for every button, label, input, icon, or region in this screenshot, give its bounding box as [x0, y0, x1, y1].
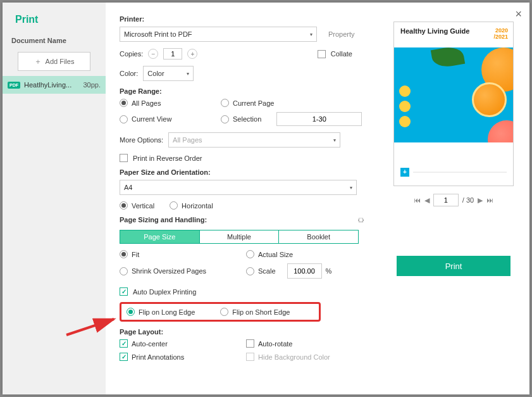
file-row[interactable]: PDF HeatlhyLiving... 30pp. — [3, 76, 106, 94]
print-annotations-label: Print Annotations — [132, 353, 184, 361]
percent-label: % — [326, 267, 332, 275]
actual-size-label: Actual Size — [258, 251, 293, 258]
reverse-order-label: Print in Reverse Order — [133, 154, 202, 162]
color-select[interactable]: Color ▾ — [143, 66, 194, 81]
nav-prev-icon[interactable]: ◀ — [424, 196, 430, 205]
current-page-radio[interactable] — [221, 99, 229, 107]
fit-label: Fit — [132, 251, 139, 258]
property-link[interactable]: Property — [328, 30, 355, 38]
print-annotations-checkbox[interactable]: ✓ — [120, 353, 128, 361]
pdf-icon: PDF — [8, 82, 20, 89]
document-name-label: Document Name — [3, 34, 106, 49]
printer-select[interactable]: Microsoft Print to PDF ▾ — [120, 27, 317, 42]
print-button[interactable]: Print — [397, 256, 510, 276]
auto-duplex-label: Auto Duplex Printing — [133, 288, 196, 296]
nav-page-input[interactable] — [433, 194, 459, 206]
shrink-radio[interactable] — [120, 267, 128, 275]
preview-year: 2020/2021 — [493, 27, 508, 40]
nav-last-icon[interactable]: ⏭ — [486, 196, 493, 204]
more-options-select[interactable]: All Pages ▾ — [168, 132, 340, 148]
hide-bg-checkbox — [246, 353, 254, 361]
actual-size-radio[interactable] — [246, 250, 254, 258]
tab-page-size[interactable]: Page Size — [120, 230, 200, 243]
copies-increment[interactable]: + — [187, 49, 197, 59]
close-icon[interactable]: × — [515, 8, 522, 21]
all-pages-radio[interactable] — [120, 99, 128, 107]
preview-page: Healthy Living Guide 2020/2021 + — [393, 22, 514, 186]
copies-decrement[interactable]: − — [148, 49, 158, 59]
more-options-selected: All Pages — [173, 136, 202, 144]
flip-long-edge-radio[interactable] — [127, 308, 135, 316]
current-page-label: Current Page — [233, 99, 274, 107]
current-view-label: Current View — [132, 115, 171, 123]
copies-label: Copies: — [120, 50, 143, 58]
preview-image — [394, 47, 513, 142]
hide-bg-label: Hide Background Color — [258, 353, 330, 361]
flip-long-edge-label: Flip on Long Edge — [139, 308, 195, 316]
selection-radio[interactable] — [221, 115, 229, 123]
reverse-order-checkbox[interactable] — [120, 154, 128, 162]
sizing-tabs: Page Size Multiple Booklet — [120, 230, 359, 244]
auto-center-checkbox[interactable]: ✓ — [120, 339, 128, 348]
collate-checkbox[interactable] — [318, 50, 326, 58]
auto-rotate-checkbox[interactable] — [246, 339, 254, 348]
flip-short-edge-label: Flip on Short Edge — [232, 308, 290, 316]
preview-nav: ⏮ ◀ / 30 ▶ ⏭ — [414, 194, 493, 206]
auto-duplex-checkbox[interactable]: ✓ — [120, 287, 128, 296]
current-view-radio[interactable] — [120, 115, 128, 123]
horizontal-label: Horizontal — [182, 202, 213, 210]
collate-label: Collate — [331, 50, 352, 58]
svg-line-0 — [66, 319, 114, 335]
expand-handling-icon[interactable]: ·□· — [357, 216, 364, 224]
paper-size-select[interactable]: A4 ▾ — [120, 180, 357, 195]
flip-highlight-box: Flip on Long Edge Flip on Short Edge — [120, 302, 321, 322]
chevron-down-icon: ▾ — [350, 185, 352, 191]
add-files-button[interactable]: ＋ Add Files — [18, 52, 90, 71]
copies-input[interactable] — [163, 48, 182, 60]
paper-size-selected: A4 — [124, 184, 132, 191]
annotation-arrow-icon — [63, 313, 120, 338]
file-name: HeatlhyLiving... — [24, 81, 79, 89]
chevron-down-icon: ▾ — [333, 137, 336, 143]
printer-selected: Microsoft Print to PDF — [124, 30, 192, 38]
tab-multiple[interactable]: Multiple — [200, 230, 280, 243]
main-panel: Printer: Microsoft Print to PDF ▾ Proper… — [106, 3, 378, 394]
all-pages-label: All Pages — [132, 99, 161, 107]
dialog-title: Print — [3, 3, 106, 34]
shrink-label: Shrink Oversized Pages — [132, 267, 206, 275]
nav-first-icon[interactable]: ⏮ — [414, 196, 421, 204]
paper-label: Paper Size and Orientation: — [120, 168, 364, 176]
vertical-radio[interactable] — [120, 201, 128, 210]
more-options-label: More Options: — [120, 136, 163, 144]
scale-label: Scale — [258, 267, 276, 275]
preview-panel: Healthy Living Guide 2020/2021 + ⏮ ◀ / 3… — [378, 3, 529, 394]
horizontal-radio[interactable] — [170, 201, 178, 210]
page-layout-label: Page Layout: — [120, 328, 364, 336]
nav-next-icon[interactable]: ▶ — [478, 196, 483, 205]
preview-title: Healthy Living Guide — [400, 27, 469, 35]
file-pagecount: 30pp. — [83, 81, 101, 89]
flip-short-edge-radio[interactable] — [220, 308, 228, 316]
scale-input[interactable] — [287, 263, 322, 279]
auto-center-label: Auto-center — [132, 340, 168, 348]
page-range-label: Page Range: — [120, 87, 364, 95]
plus-icon: ＋ — [34, 56, 42, 67]
selection-label: Selection — [233, 115, 261, 123]
print-dialog: × Print Document Name ＋ Add Files PDF He… — [3, 3, 529, 394]
auto-rotate-label: Auto-rotate — [258, 340, 292, 348]
color-selected: Color — [147, 70, 164, 77]
fit-radio[interactable] — [120, 250, 128, 258]
scale-radio[interactable] — [246, 267, 254, 275]
selection-range-input[interactable] — [276, 112, 362, 126]
printer-label: Printer: — [120, 15, 364, 23]
chevron-down-icon: ▾ — [310, 32, 312, 37]
chevron-down-icon: ▾ — [187, 71, 189, 77]
nav-total-label: / 30 — [462, 196, 474, 204]
vertical-label: Vertical — [132, 202, 154, 210]
add-files-label: Add Files — [46, 58, 75, 65]
tab-booklet[interactable]: Booklet — [279, 230, 358, 243]
sizing-label: Page Sizing and Handling: — [120, 216, 207, 224]
color-label: Color: — [120, 70, 138, 77]
